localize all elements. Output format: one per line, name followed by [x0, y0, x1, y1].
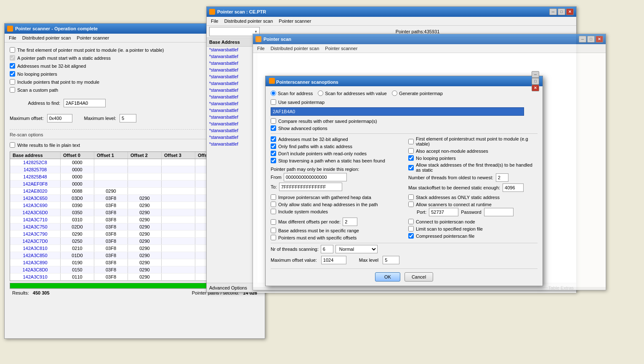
win-inner-close[interactable]: ✕ [596, 36, 603, 43]
op-checkbox-4[interactable] [10, 79, 15, 85]
show-adv-checkbox[interactable] [271, 125, 276, 131]
cell-offset-1: 0000 [61, 166, 94, 173]
ptr-menu-distributed[interactable]: Distributed pointer scan [222, 18, 276, 24]
radio-gen-pointermap-input[interactable] [392, 90, 397, 96]
inner-menu-distributed[interactable]: Distributed pointer scan [268, 45, 322, 52]
base-addr-item[interactable]: *starwarsbattlef [207, 47, 257, 53]
rescan-checkbox[interactable] [10, 142, 15, 148]
radio-scan-address-input[interactable] [271, 90, 276, 96]
address-label: Address to find: [10, 101, 60, 106]
right-checks: First element of pointerstruct must poin… [408, 136, 538, 173]
base-addr-item[interactable]: *starwarsbattlef [207, 114, 257, 121]
base-addr-item[interactable]: *starwarsbattlef [207, 74, 257, 80]
left-check-2[interactable] [271, 151, 276, 156]
bottom-settings-2: Maximum offset value: Max level [271, 256, 538, 264]
stack-only-checkbox[interactable] [408, 194, 414, 200]
right-check-0[interactable] [408, 139, 414, 144]
threads-input[interactable] [496, 173, 508, 182]
left-check-3[interactable] [271, 158, 276, 163]
inner-menu-file[interactable]: File [255, 45, 267, 52]
win-ptr-icon [209, 9, 215, 15]
base-addr-item[interactable]: *starwarsbattlef [207, 53, 257, 60]
allow-scanners-checkbox[interactable] [408, 202, 414, 207]
use-saved-checkbox[interactable] [271, 99, 276, 105]
ptr-menu-scanner[interactable]: Pointer scanner [276, 18, 314, 24]
base-addr-item[interactable]: *starwarsbattlef [207, 134, 257, 141]
win-ptr-minimize[interactable]: ─ [549, 8, 557, 15]
inner-menu-scanner[interactable]: Pointer scanner [322, 45, 360, 52]
menu-distributed-1[interactable]: Distributed pointer scan [20, 35, 74, 41]
ok-button[interactable]: OK [375, 272, 400, 282]
base-addr-item[interactable]: *starwarsbattlef [207, 80, 257, 87]
stackoffset-input[interactable] [503, 183, 524, 192]
base-addr-item[interactable]: *starwarsbattlef [207, 107, 257, 114]
op-checkbox-2[interactable] [10, 63, 15, 69]
dialog-minimize[interactable]: ─ [532, 71, 539, 78]
dialog-close[interactable]: ✕ [532, 85, 539, 91]
from-input[interactable] [284, 173, 347, 181]
region-to-row: To: [271, 183, 400, 191]
ptr-menu-file[interactable]: File [208, 18, 221, 24]
right-check-3[interactable] [408, 165, 414, 170]
base-addr-item[interactable]: *starwarsbattlef [207, 121, 257, 128]
max-level-input2[interactable] [383, 256, 399, 264]
limit-scan-checkbox[interactable] [408, 226, 414, 231]
system-modules-checkbox[interactable] [271, 209, 276, 214]
win-ptr-close[interactable]: ✕ [566, 8, 574, 15]
base-addr-item[interactable]: *starwarsbattlef [207, 67, 257, 74]
max-level-label: Maximum level: [84, 116, 116, 121]
specific-offsets-checkbox[interactable] [271, 235, 276, 240]
max-offset-val-input[interactable] [321, 256, 346, 264]
base-addr-item[interactable]: *starwarsbattlef [207, 141, 257, 148]
menu-scanner-1[interactable]: Pointer scanner [74, 35, 112, 41]
to-input[interactable] [279, 183, 342, 191]
cell-offset-4 [162, 173, 195, 180]
base-range-checkbox[interactable] [271, 228, 276, 233]
cell-addr: 142A3C710 [10, 216, 61, 223]
cell-offset-3 [128, 188, 162, 194]
heap-checkbox[interactable] [271, 194, 276, 200]
op-checkbox-5[interactable] [10, 87, 15, 93]
left-check-0[interactable] [271, 136, 276, 142]
static-heap-checkbox[interactable] [271, 202, 276, 207]
port-input[interactable] [429, 208, 458, 216]
ptr-combo[interactable]: ▼ [209, 27, 260, 36]
max-offsets-checkbox[interactable] [271, 219, 276, 225]
compressed-checkbox[interactable] [408, 233, 414, 239]
op-checkbox-label-0: The first element of pointer must point … [17, 48, 164, 53]
op-checkbox-1[interactable] [10, 55, 15, 61]
left-check-1[interactable] [271, 143, 276, 149]
nr-threads-input[interactable] [321, 245, 333, 253]
right-check-1[interactable] [408, 148, 414, 154]
win-inner-maximize[interactable]: □ [587, 36, 595, 43]
base-addr-item[interactable]: *starwarsbattlef [207, 94, 257, 101]
base-addr-item[interactable]: *starwarsbattlef [207, 128, 257, 134]
radio-scan-values-input[interactable] [318, 90, 323, 96]
addr-input[interactable] [271, 107, 524, 116]
cancel-button[interactable]: Cancel [404, 272, 433, 282]
address-input[interactable]: 2AF1B4A0 [64, 99, 106, 107]
right-check-2[interactable] [408, 155, 414, 161]
max-offsets-input[interactable] [343, 218, 357, 226]
dialog-maximize[interactable]: □ [532, 78, 539, 85]
op-checkbox-3[interactable] [10, 71, 15, 77]
left-checks: Addresses must be 32-bit allignedOnly fi… [271, 136, 400, 164]
max-level-input[interactable] [120, 114, 136, 122]
win-inner-minimize[interactable]: ─ [579, 36, 586, 43]
password-input[interactable] [484, 208, 514, 216]
base-addr-item[interactable]: *starwarsbattlef [207, 60, 257, 67]
cell-offset-3: 0290 [128, 231, 162, 237]
normal-select[interactable]: Normal [335, 245, 378, 253]
op-checkbox-0[interactable] [10, 47, 15, 53]
cell-offset-3: 0290 [128, 252, 162, 259]
cell-addr: 142A3C890 [10, 259, 61, 266]
radio-scan-address: Scan for address [271, 90, 313, 96]
base-addr-item[interactable]: *starwarsbattlef [207, 87, 257, 94]
ptr-adv-options[interactable]: Advanced Options [209, 285, 247, 290]
max-offset-input[interactable] [47, 114, 72, 122]
menu-file-1[interactable]: File [6, 35, 19, 41]
win-ptr-maximize[interactable]: □ [558, 8, 565, 15]
base-addr-item[interactable]: *starwarsbattlef [207, 101, 257, 107]
compare-checkbox[interactable] [271, 118, 276, 124]
connect-checkbox[interactable] [408, 219, 414, 224]
